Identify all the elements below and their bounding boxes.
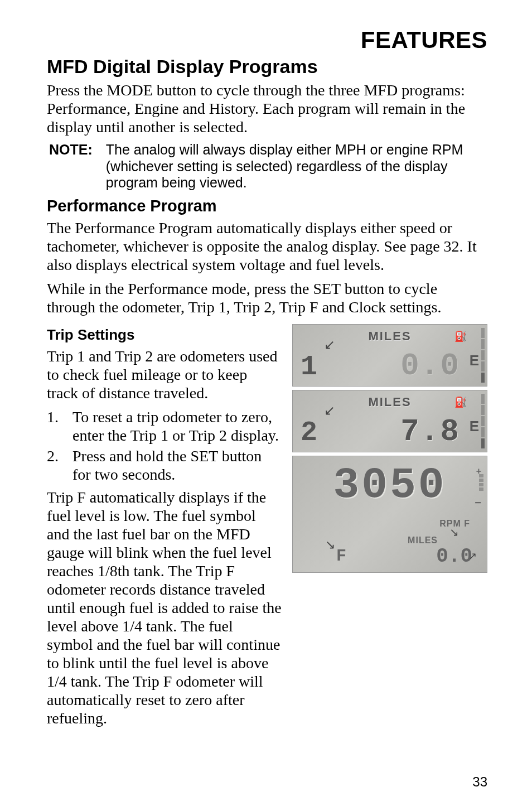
sub-odometer-value: 0.0 [436, 545, 472, 568]
level-bars [479, 474, 483, 491]
note-text: The analog will always display either MP… [106, 142, 487, 191]
fuel-gauge [481, 328, 485, 383]
step-2: 2. Press and hold the SET button for two… [47, 447, 282, 484]
fuel-gauge [481, 394, 485, 448]
step-1: 1. To reset a trip odometer to zero, ent… [47, 408, 282, 445]
miles-label: MILES [408, 535, 438, 546]
lcd-trip-2-image: MILES ⛽ 2 ↙ 7.8 E [292, 390, 487, 452]
trip-number: 1 [301, 351, 317, 383]
empty-label: E [470, 352, 479, 369]
trip-intro: Trip 1 and Trip 2 are odometers used to … [47, 347, 282, 402]
f-label: F [336, 547, 346, 566]
arrow-icon: ↘ [449, 525, 459, 539]
miles-label: MILES [368, 395, 411, 409]
step-2-number: 2. [47, 447, 62, 484]
rpm-value: 3050 [333, 461, 446, 510]
lcd-trip-1-image: MILES ⛽ 1 ↙ 0.0 E [292, 324, 487, 387]
trip-f-paragraph: Trip F automatically displays if the fue… [47, 488, 282, 727]
fuel-icon: ⛽ [454, 330, 467, 342]
trip-number: 2 [301, 417, 317, 448]
page-number: 33 [472, 774, 487, 790]
lcd-rpm-image: 3050 + − RPM F ↘ MILES ↘ F 0.0 ↗ [292, 456, 487, 573]
subheading-trip-settings: Trip Settings [47, 326, 282, 344]
minus-icon: − [475, 496, 481, 509]
arrow-icon: ↙ [324, 337, 335, 353]
odometer-value: 0.0 [400, 348, 460, 384]
arrow-icon: ↘ [325, 538, 335, 552]
empty-label: E [470, 418, 479, 435]
fuel-icon: ⛽ [454, 396, 467, 408]
page-title: MFD Digital Display Programs [47, 56, 487, 78]
arrow-icon: ↗ [468, 550, 477, 562]
note-label: NOTE: [47, 142, 93, 191]
subheading-performance: Performance Program [47, 197, 487, 215]
intro-paragraph: Press the MODE button to cycle through t… [47, 81, 487, 136]
arrow-icon: ↙ [324, 403, 335, 418]
step-1-text: To reset a trip odometer to zero, enter … [72, 408, 282, 445]
odometer-value: 7.8 [400, 414, 460, 450]
step-1-number: 1. [47, 408, 62, 445]
performance-paragraph-1: The Performance Program automatically di… [47, 219, 487, 274]
note-block: NOTE: The analog will always display eit… [47, 142, 487, 191]
section-header: FEATURES [47, 27, 487, 54]
step-2-text: Press and hold the SET button for two se… [72, 447, 282, 484]
performance-paragraph-2: While in the Performance mode, press the… [47, 279, 487, 316]
miles-label: MILES [368, 329, 411, 344]
